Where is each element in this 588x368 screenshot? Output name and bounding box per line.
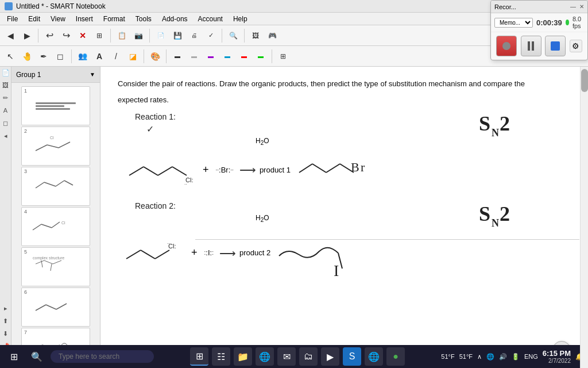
rec-close-button[interactable]: ✕ (579, 3, 584, 10)
text-button[interactable]: A (91, 48, 107, 64)
taskbar-chevron-up[interactable]: ∧ (477, 353, 482, 361)
menu-format[interactable]: Format (99, 14, 130, 24)
gallery-button[interactable]: 🖼 (247, 28, 264, 44)
content-area: Consider the pair of reactions. Draw the… (100, 67, 588, 368)
line-style-4-button[interactable]: ▬ (219, 48, 235, 64)
menu-tools[interactable]: Tools (131, 14, 156, 24)
svg-line-45 (155, 250, 169, 259)
svg-line-10 (52, 222, 60, 228)
redo-button[interactable]: ↪ (58, 28, 74, 44)
taskbar-multitask-button[interactable]: ☷ (212, 347, 230, 366)
left-nav-bottom2[interactable]: ⬇ (1, 330, 11, 340)
left-nav-shape-icon[interactable]: ◻ (1, 120, 11, 130)
delete-button[interactable]: ✕ (75, 28, 91, 44)
menu-account[interactable]: Account (194, 14, 227, 24)
line-style-6-button[interactable]: ▬ (253, 48, 269, 64)
table-button[interactable]: ⊞ (91, 28, 107, 44)
sn2-svg-2: S N 2 (479, 197, 531, 228)
slide-preview-4: Cl (30, 214, 82, 240)
start-button[interactable]: ⊞ (5, 347, 23, 366)
paste-button[interactable]: 📋 (114, 28, 130, 44)
left-nav-image-icon[interactable]: 🖼 (1, 82, 11, 92)
slide-thumb-4[interactable]: 4 Cl (21, 207, 90, 246)
scrollbar-thumb[interactable] (581, 69, 588, 92)
grid-view-button[interactable]: ⊞ (275, 48, 291, 64)
taskbar-mail-button[interactable]: ✉ (277, 347, 296, 366)
taskbar-browser-button[interactable]: 🌐 (365, 347, 383, 366)
rec-stop-icon (551, 41, 560, 51)
taskbar-center: ⊞ ☷ 📁 🌐 ✉ 🗂 ▶ S 🌐 ● (190, 347, 405, 366)
taskbar-search[interactable] (51, 350, 154, 363)
pencil-button[interactable]: / (108, 48, 124, 64)
slide-num-3: 3 (24, 168, 27, 174)
zoom-group: 🔍 (225, 28, 241, 44)
taskbar-network-icon[interactable]: 🌐 (486, 353, 494, 361)
activity-button[interactable]: 🎮 (264, 28, 280, 44)
taskbar-smart-button[interactable]: S (343, 347, 361, 366)
left-nav-page-icon[interactable]: 📄 (1, 69, 11, 79)
back-button[interactable]: ◀ (2, 28, 18, 44)
color-picker-button[interactable]: 🎨 (147, 48, 163, 64)
taskbar-media-button[interactable]: ▶ (321, 347, 339, 366)
screenshot-button[interactable]: 📷 (130, 28, 146, 44)
rec-fps-label: 8.0 fps (572, 16, 584, 29)
line-style-2-button[interactable]: ▬ (186, 48, 202, 64)
taskbar-search-icon[interactable]: 🔍 (28, 347, 46, 366)
select-tool-button[interactable]: ↖ (2, 48, 18, 64)
rec-record-button[interactable] (496, 36, 517, 56)
new-page-button[interactable]: 📄 (153, 28, 169, 44)
taskbar-folder-button[interactable]: 📁 (234, 347, 252, 366)
menu-file[interactable]: File (2, 14, 22, 24)
left-nav-pen-icon[interactable]: ✏ (1, 94, 11, 105)
line-style-1-button[interactable]: ▬ (169, 48, 185, 64)
line-style-3-button[interactable]: ▬ (203, 48, 219, 64)
hand-tool-button[interactable]: 🤚 (19, 48, 35, 64)
zoom-button[interactable]: 🔍 (225, 28, 241, 44)
svg-text:B: B (351, 160, 359, 174)
group-collapse-icon[interactable]: ▼ (90, 71, 95, 78)
menu-insert[interactable]: Insert (71, 14, 98, 24)
reaction-arrow-1: ⟶ (239, 163, 256, 177)
pointer-group: ↖ 🤚 ✒ ◻ (2, 48, 68, 64)
menu-addons[interactable]: Add-ons (157, 14, 192, 24)
svg-text:··: ·· (184, 182, 187, 187)
insert-group: 👥 A / ◪ (75, 48, 141, 64)
check-button[interactable]: ✓ (203, 28, 219, 44)
rec-stop-button[interactable] (545, 36, 566, 56)
taskbar-files-button[interactable]: 🗂 (299, 347, 318, 366)
slide-preview-3 (30, 174, 82, 200)
taskbar-volume-icon[interactable]: 🔊 (499, 353, 507, 361)
taskbar-edge-button[interactable]: 🌐 (256, 347, 274, 366)
save-button[interactable]: 💾 (169, 28, 185, 44)
menu-edit[interactable]: Edit (24, 14, 45, 24)
rec-minimize-button[interactable]: — (570, 3, 576, 10)
scrollbar[interactable] (580, 67, 588, 368)
rec-memo-dropdown[interactable]: Memo... (494, 18, 533, 28)
eraser-button[interactable]: ◻ (52, 48, 68, 64)
left-nav-text-icon[interactable]: A (1, 107, 11, 117)
slide-thumb-1[interactable]: 1 (21, 86, 90, 125)
left-nav-expand-left[interactable]: ◂ (1, 132, 11, 143)
menu-help[interactable]: Help (229, 14, 252, 24)
menu-view[interactable]: View (46, 14, 70, 24)
slide-thumb-3[interactable]: 3 (21, 167, 90, 206)
rec-settings-button[interactable]: ⚙ (570, 40, 582, 52)
nav-buttons: ◀ ▶ (2, 28, 35, 44)
slide-thumb-5[interactable]: 5 complex structure (21, 247, 90, 286)
slide-thumb-6[interactable]: 6 (21, 288, 90, 327)
rec-pause-button[interactable] (521, 36, 541, 56)
line-style-5-button[interactable]: ▬ (236, 48, 252, 64)
undo-button[interactable]: ↩ (41, 28, 57, 44)
left-nav-bottom1[interactable]: ⬆ (1, 317, 11, 328)
slide-thumb-2[interactable]: 2 Cl (21, 126, 90, 166)
people-button[interactable]: 👥 (75, 48, 91, 64)
highlighter-button[interactable]: ◪ (125, 48, 141, 64)
forward-button[interactable]: ▶ (19, 28, 35, 44)
pen-tool-button[interactable]: ✒ (36, 48, 52, 64)
taskbar-chrome-button[interactable]: ● (386, 347, 405, 366)
taskbar-windows-button[interactable]: ⊞ (190, 347, 208, 366)
svg-line-35 (312, 164, 326, 172)
taskbar-battery-icon[interactable]: 🔋 (512, 353, 520, 361)
left-nav-expand-right[interactable]: ▸ (1, 305, 11, 315)
print-button[interactable]: 🖨 (186, 28, 202, 44)
